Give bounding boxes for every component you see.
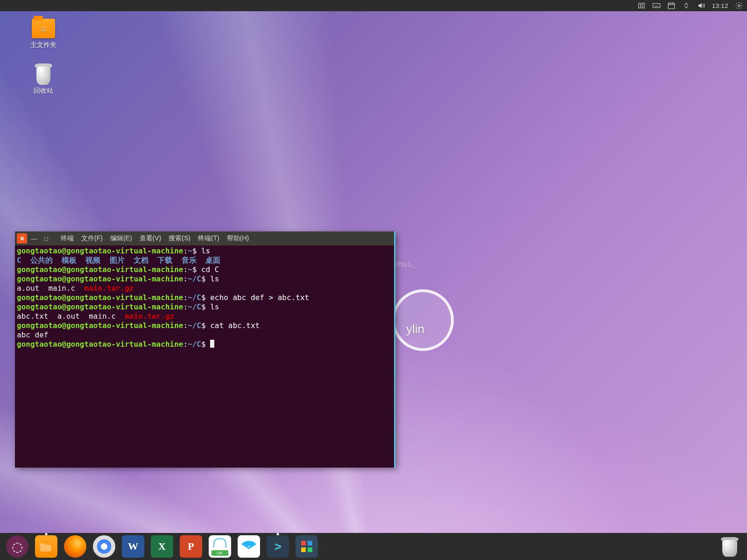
kylin-logo [392,289,454,351]
svg-point-13 [243,541,255,546]
calendar-icon[interactable] [667,1,676,10]
svg-rect-8 [668,3,675,9]
svg-rect-2 [653,4,660,8]
dock-powerpoint-icon[interactable]: P [180,535,202,558]
terminal-titlebar[interactable]: ✕ ― □ 终端 文件(F) 编辑(E) 查看(V) 搜索(S) 终端(T) 帮… [15,231,394,245]
desktop[interactable]: 13:12 ⌂ 主文件夹 回收站 ylin http://blog.csdn.n… [0,0,747,560]
dock-files-icon[interactable] [35,535,57,558]
terminal-menubar: 终端 文件(F) 编辑(E) 查看(V) 搜索(S) 终端(T) 帮助(H) [58,233,252,244]
volume-icon[interactable] [697,1,705,10]
keyboard-icon[interactable] [652,1,661,10]
menu-file[interactable]: 文件(F) [78,233,106,244]
close-button[interactable]: ✕ [17,233,27,244]
menu-search[interactable]: 搜索(S) [166,233,193,244]
dock: ◌ W X P UK > [0,533,747,560]
menu-title[interactable]: 终端 [58,233,77,244]
terminal-content[interactable]: gongtaotao@gongtaotao-virtual-machine:~$… [15,245,394,468]
settings-gear-icon[interactable] [735,1,743,10]
menu-edit[interactable]: 编辑(E) [107,233,135,244]
desktop-icon-trash[interactable]: 回收站 [22,62,64,95]
menu-view[interactable]: 查看(V) [137,233,164,244]
dock-firefox-icon[interactable] [64,535,86,558]
dock-word-icon[interactable]: W [122,535,144,558]
desktop-icon-label: 主文件夹 [22,41,64,49]
svg-point-12 [738,5,740,7]
home-folder-icon: ⌂ [32,19,55,38]
maximize-button[interactable]: □ [41,233,51,244]
network-icon[interactable] [682,1,691,10]
svg-rect-0 [639,3,641,8]
svg-rect-1 [642,3,644,8]
dock-excel-icon[interactable]: X [151,535,173,558]
menu-help[interactable]: 帮助(H) [224,233,252,244]
dock-terminal-icon[interactable]: > [267,535,289,558]
dock-chromium-icon[interactable] [93,535,115,558]
dock-software-store-icon[interactable]: UK [209,535,231,558]
dock-mail-icon[interactable] [238,535,260,558]
dock-apps-icon[interactable] [296,535,318,558]
kylin-text: ylin [406,322,424,336]
indicator-1[interactable] [637,1,646,10]
dock-ubuntu-icon[interactable]: ◌ [6,535,28,558]
clock[interactable]: 13:12 [712,2,728,9]
terminal-window[interactable]: ✕ ― □ 终端 文件(F) 编辑(E) 查看(V) 搜索(S) 终端(T) 帮… [15,231,395,468]
desktop-icon-home[interactable]: ⌂ 主文件夹 [22,19,64,49]
trash-icon [34,62,53,85]
desktop-icon-label: 回收站 [22,87,64,95]
top-panel: 13:12 [0,0,747,11]
dock-trash-icon[interactable] [720,535,740,558]
menu-terminal[interactable]: 终端(T) [195,233,222,244]
minimize-button[interactable]: ― [29,233,39,244]
cursor [210,340,214,348]
